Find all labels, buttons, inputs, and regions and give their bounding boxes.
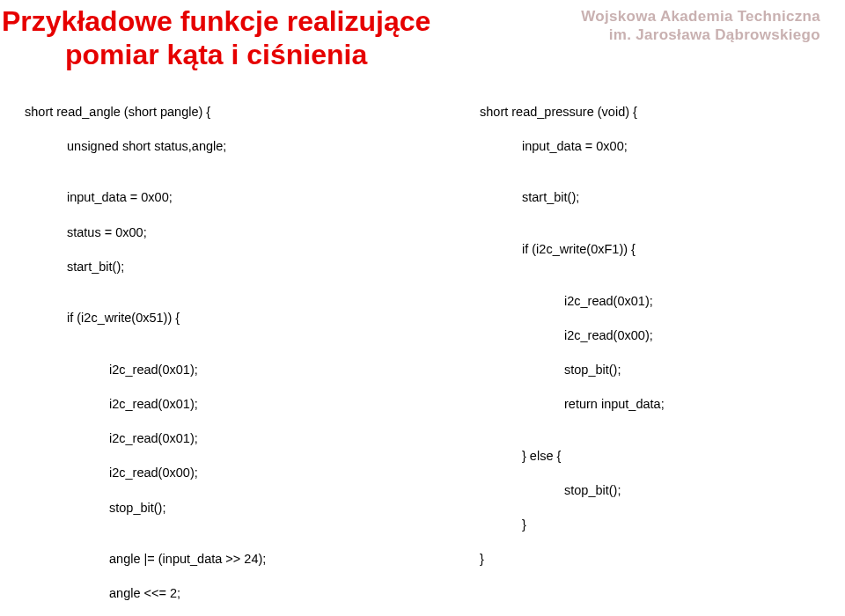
code-line: i2c_read(0x01);	[25, 362, 465, 379]
code-line: return input_data;	[480, 396, 814, 414]
code-line: stop_bit();	[480, 362, 814, 379]
watermark: Wojskowa Akademia Techniczna im. Jarosła…	[581, 7, 820, 45]
title-line1: Przykładowe funkcje realizujące	[2, 5, 430, 39]
code-line: short read_pressure (void) {	[480, 105, 637, 119]
code-line: stop_bit();	[25, 500, 465, 517]
code-line: }	[480, 517, 814, 534]
code-line: start_bit();	[480, 189, 814, 207]
code-line: short read_angle (short pangle) {	[25, 105, 210, 119]
code-line: start_bit();	[25, 259, 465, 276]
code-right-column: short read_pressure (void) { input_data …	[480, 86, 814, 568]
code-line: i2c_read(0x01);	[480, 293, 814, 311]
code-left-column: short read_angle (short pangle) { unsign…	[25, 86, 465, 616]
code-line: i2c_read(0x01);	[25, 430, 465, 448]
code-line: }	[480, 552, 484, 566]
code-line: i2c_read(0x01);	[25, 396, 465, 414]
code-line: input_data = 0x00;	[25, 189, 465, 207]
code-line: } else {	[480, 448, 814, 466]
code-line: i2c_read(0x00);	[25, 465, 465, 482]
code-line: i2c_read(0x00);	[480, 327, 814, 345]
code-line: input_data = 0x00;	[480, 138, 814, 156]
watermark-line1: Wojskowa Akademia Techniczna	[581, 7, 820, 26]
code-line: unsigned short status,angle;	[25, 138, 465, 156]
code-line: angle <<= 2;	[25, 585, 465, 603]
code-line: if (i2c_write(0xF1)) {	[480, 241, 814, 259]
title-line2: pomiar kąta i ciśnienia	[2, 39, 430, 72]
code-line: status = 0x00;	[25, 224, 465, 242]
slide-title: Przykładowe funkcje realizujące pomiar k…	[2, 5, 430, 72]
code-line: angle |= (input_data >> 24);	[25, 551, 465, 568]
watermark-line2: im. Jarosława Dąbrowskiego	[581, 26, 820, 44]
code-line: stop_bit();	[480, 482, 814, 500]
code-line: if (i2c_write(0x51)) {	[25, 310, 465, 327]
